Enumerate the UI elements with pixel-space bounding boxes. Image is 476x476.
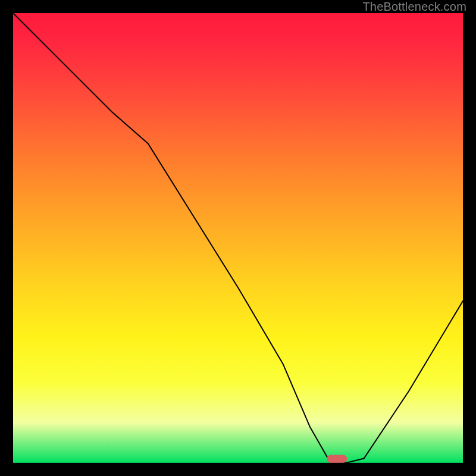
watermark-text: TheBottleneck.com [362,0,466,14]
curve-layer [13,13,463,463]
chart-stage: TheBottleneck.com [0,0,476,476]
optimal-marker [327,455,347,463]
bottleneck-curve-path [13,13,463,463]
plot-area [13,13,463,463]
